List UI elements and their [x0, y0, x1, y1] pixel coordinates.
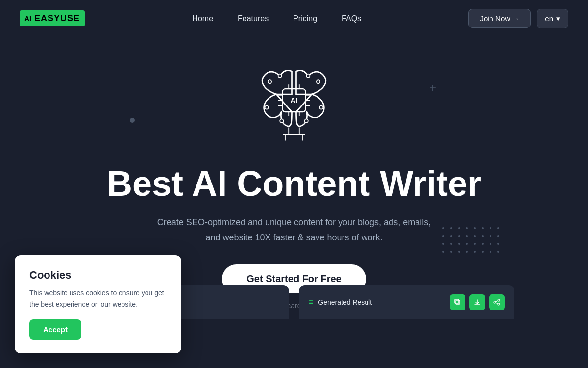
cookie-banner: Cookies This website uses cookies to ens… — [15, 255, 181, 353]
logo-icon: AI — [24, 15, 31, 23]
card-actions — [450, 294, 505, 310]
navbar: AI EASYUSE Home Features Pricing FAQs Jo… — [0, 0, 588, 37]
share-icon — [493, 299, 500, 306]
svg-point-21 — [280, 119, 283, 122]
chevron-down-icon: ▾ — [556, 14, 560, 23]
download-button[interactable] — [469, 294, 485, 310]
svg-point-31 — [498, 299, 500, 301]
logo-box: AI EASYUSE — [20, 10, 85, 26]
svg-point-17 — [317, 80, 320, 83]
nav-faqs[interactable]: FAQs — [342, 14, 361, 23]
decorative-plus: + — [429, 81, 436, 95]
share-button[interactable] — [489, 294, 505, 310]
language-selector[interactable]: en ▾ — [537, 9, 568, 28]
svg-text:AI: AI — [291, 96, 297, 104]
svg-point-32 — [494, 301, 496, 303]
svg-line-35 — [496, 303, 498, 304]
nav-pricing[interactable]: Pricing — [293, 14, 317, 23]
hero-title: Best AI Content Writer — [107, 164, 481, 203]
decorative-dot — [130, 118, 135, 123]
accept-cookies-button[interactable]: Accept — [29, 319, 81, 340]
cookie-title: Cookies — [29, 269, 167, 282]
nav-links: Home Features Pricing FAQs — [192, 14, 361, 23]
copy-icon — [454, 299, 461, 306]
nav-features[interactable]: Features — [238, 14, 269, 23]
hero-subtitle: Create SEO-optimized and unique content … — [152, 215, 436, 245]
svg-point-22 — [305, 119, 308, 122]
generated-result-card: ≡ Generated Result — [299, 285, 514, 319]
copy-button[interactable] — [450, 294, 466, 310]
svg-point-16 — [278, 74, 282, 78]
svg-point-15 — [268, 80, 271, 83]
generated-result-label: Generated Result — [318, 298, 372, 306]
logo-text: EASYUSE — [34, 13, 80, 24]
download-icon — [474, 299, 481, 306]
svg-point-33 — [498, 303, 500, 305]
svg-point-20 — [319, 105, 323, 109]
dot-grid-decoration — [442, 227, 502, 256]
cookie-text: This website uses cookies to ensure you … — [29, 288, 167, 310]
nav-right: Join Now → en ▾ — [468, 9, 568, 28]
ai-brain-icon: AI — [250, 56, 338, 150]
generated-result-icon: ≡ — [309, 298, 313, 307]
svg-point-19 — [265, 105, 269, 109]
join-now-button[interactable]: Join Now → — [468, 9, 531, 28]
language-label: en — [545, 14, 553, 23]
logo[interactable]: AI EASYUSE — [20, 10, 85, 26]
svg-rect-30 — [455, 299, 459, 303]
nav-home[interactable]: Home — [192, 14, 213, 23]
svg-line-34 — [496, 301, 498, 302]
svg-rect-29 — [456, 300, 460, 304]
svg-point-18 — [306, 74, 310, 78]
